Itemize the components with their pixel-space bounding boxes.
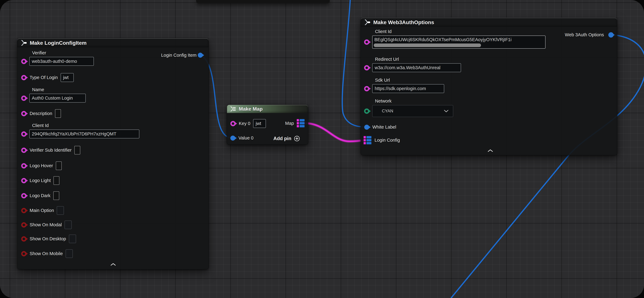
make-struct-icon: [20, 40, 27, 46]
pin-row-client-id: Client Id BEglQSgt4cUWcj6SKRdu5QkOXTsePm…: [364, 29, 546, 49]
pin-label: Logo Light: [30, 178, 51, 183]
node-make-map[interactable]: Make Map Key 0 jwt Map Value 0 Add pin: [227, 105, 308, 145]
bool-pin-icon[interactable]: [21, 208, 26, 213]
client-id-value: BEglQSgt4cUWcj6SKRdu5QkOXTsePmMcusG5EAoy…: [374, 37, 512, 42]
pin-label: Verifier Sub Identifier: [30, 148, 72, 153]
string-pin-icon[interactable]: [230, 121, 236, 126]
pin-label: Show On Modal: [30, 222, 62, 228]
string-pin-icon[interactable]: [21, 193, 26, 198]
node-title: Make Map: [239, 106, 262, 112]
output-label-map: Map: [274, 121, 294, 126]
enum-pin-icon[interactable]: [364, 108, 370, 114]
pin-row-network: Network CYAN: [364, 98, 453, 117]
pin-row-type-of-login: Type Of Login jwt: [21, 73, 74, 82]
logo-light-input[interactable]: [54, 176, 60, 185]
pin-label: Client Id: [375, 29, 546, 34]
network-selected-value: CYAN: [382, 109, 393, 114]
pin-label: White Label: [372, 124, 396, 130]
pin-row-show-on-mobile: Show On Mobile: [21, 249, 73, 258]
sdk-url-input[interactable]: https://sdk.openlogin.com: [372, 84, 444, 93]
main-option-checkbox[interactable]: [57, 206, 64, 215]
string-pin-icon[interactable]: [21, 111, 26, 116]
collapse-chevron-icon[interactable]: [488, 149, 493, 152]
pin-row-show-on-modal: Show On Modal: [21, 220, 72, 229]
node-make-web3authoptions[interactable]: Make Web3AuthOptions Web 3Auth Options C…: [361, 18, 617, 155]
node-title: Make LoginConfigItem: [30, 40, 87, 46]
wire-map-to-loginconfig[interactable]: [304, 123, 366, 141]
pin-row-logo-light: Logo Light: [21, 176, 60, 185]
node-make-loginconfigitem-header[interactable]: Make LoginConfigItem: [17, 38, 208, 48]
verifier-input[interactable]: web3auth-auth0-demo: [29, 57, 94, 66]
pin-row-verifier: Verifier web3auth-auth0-demo: [21, 50, 94, 66]
make-struct-icon: [364, 19, 371, 25]
show-on-mobile-checkbox[interactable]: [66, 249, 73, 258]
client-id-input[interactable]: 294QRkchfq2YaXUbPri7D6PH7xzHgQMT: [29, 130, 139, 138]
add-pin-button[interactable]: Add pin: [273, 136, 300, 142]
node-make-loginconfigitem[interactable]: Make LoginConfigItem Login Config Item V…: [17, 38, 209, 269]
pin-row-name: Name Auth0 Custom Login: [21, 87, 86, 102]
node-make-map-header[interactable]: Make Map: [227, 105, 308, 113]
string-pin-icon[interactable]: [21, 96, 26, 101]
node-title: Make Web3AuthOptions: [373, 19, 434, 26]
pin-row-login-config: Login Config: [364, 136, 400, 144]
logo-hover-input[interactable]: [56, 162, 62, 170]
verifier-sub-identifier-input[interactable]: [74, 146, 80, 154]
pin-label: Login Config: [374, 138, 400, 143]
show-on-desktop-checkbox[interactable]: [69, 234, 76, 243]
output-pin-web3auth-options[interactable]: [608, 32, 614, 38]
blueprint-graph-canvas[interactable]: Make LoginConfigItem Login Config Item V…: [0, 0, 644, 298]
struct-pin-icon[interactable]: [364, 125, 369, 130]
string-pin-icon[interactable]: [364, 86, 370, 91]
string-pin-icon[interactable]: [21, 148, 26, 153]
string-pin-icon[interactable]: [21, 163, 26, 168]
output-label-login-config-item: Login Config Item: [126, 53, 196, 58]
output-pin-map-icon[interactable]: [297, 119, 304, 127]
string-pin-icon[interactable]: [21, 75, 26, 80]
bool-pin-icon[interactable]: [21, 236, 26, 242]
bool-pin-icon[interactable]: [21, 251, 26, 256]
pin-label: Verifier: [32, 50, 94, 56]
pin-row-description: Description: [21, 109, 61, 118]
pin-label: Client Id: [32, 123, 139, 128]
key-0-input[interactable]: jwt: [253, 119, 266, 128]
collapse-chevron-icon[interactable]: [110, 263, 116, 266]
horizontal-scrollbar[interactable]: [374, 44, 481, 47]
pin-label: Show On Mobile: [30, 251, 63, 256]
string-pin-icon[interactable]: [364, 40, 370, 45]
type-of-login-input[interactable]: jwt: [61, 73, 74, 82]
description-input[interactable]: [55, 109, 61, 118]
show-on-modal-checkbox[interactable]: [64, 220, 72, 229]
pin-row-client-id: Client Id 294QRkchfq2YaXUbPri7D6PH7xzHgQ…: [21, 123, 139, 138]
pin-label: Main Option: [30, 208, 54, 213]
string-pin-icon[interactable]: [21, 178, 26, 183]
add-pin-plus-icon: [294, 136, 300, 142]
offscreen-node-bottom-edge[interactable]: [196, 0, 330, 4]
pin-row-verifier-sub-identifier: Verifier Sub Identifier: [21, 146, 80, 154]
pin-label: Name: [32, 87, 86, 92]
redirect-url-input[interactable]: w3a://com.w3a.Web3AuthUnreal: [372, 63, 461, 72]
pin-label: Logo Hover: [30, 163, 53, 168]
string-pin-icon[interactable]: [364, 65, 370, 70]
map-pin-icon[interactable]: [364, 136, 372, 144]
name-input[interactable]: Auth0 Custom Login: [29, 94, 86, 102]
pin-label: Logo Dark: [30, 193, 50, 198]
pin-label: Network: [375, 98, 453, 104]
pin-row-logo-hover: Logo Hover: [21, 162, 62, 170]
node-make-web3authoptions-header[interactable]: Make Web3AuthOptions: [361, 18, 617, 27]
pin-label: Sdk Url: [375, 78, 444, 83]
logo-dark-input[interactable]: [53, 192, 59, 200]
network-dropdown[interactable]: CYAN: [372, 105, 453, 117]
pin-label: Redirect Url: [375, 57, 461, 62]
pin-row-key-0: Key 0 jwt: [230, 119, 266, 128]
string-pin-icon[interactable]: [21, 59, 26, 64]
struct-pin-icon[interactable]: [230, 136, 235, 140]
pin-row-logo-dark: Logo Dark: [21, 192, 59, 200]
make-map-icon: [230, 106, 236, 112]
chevron-down-icon: [444, 110, 448, 112]
client-id-input[interactable]: BEglQSgt4cUWcj6SKRdu5QkOXTsePmMcusG5EAoy…: [372, 36, 546, 49]
pin-label: Description: [30, 111, 52, 116]
pin-row-main-option: Main Option: [21, 206, 64, 215]
string-pin-icon[interactable]: [21, 132, 26, 137]
output-pin-login-config-item[interactable]: [198, 53, 203, 58]
bool-pin-icon[interactable]: [21, 222, 26, 228]
